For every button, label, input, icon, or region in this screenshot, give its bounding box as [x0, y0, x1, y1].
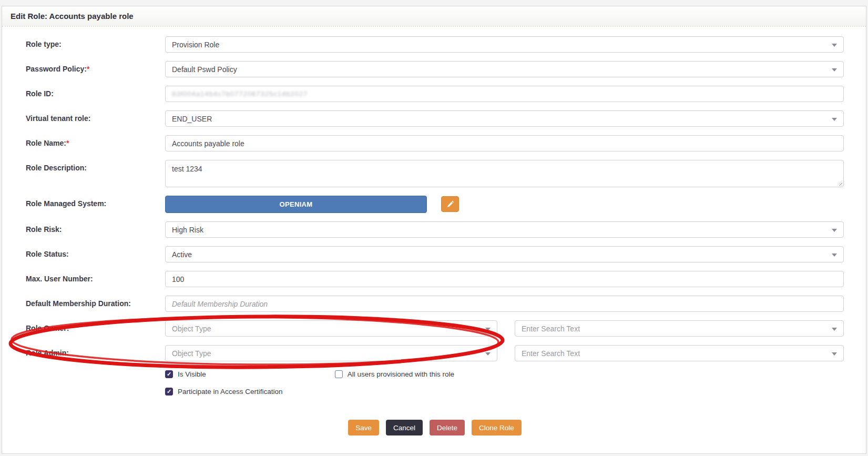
participate-access-certification-checkbox[interactable]: ✓: [165, 388, 173, 396]
chevron-down-icon: [485, 328, 491, 331]
delete-button[interactable]: Delete: [430, 420, 465, 435]
clone-role-button[interactable]: Clone Role: [472, 420, 522, 435]
chevron-down-icon: [485, 352, 491, 356]
field-row-role-risk: Role Risk: High Risk: [26, 221, 844, 238]
action-buttons: Save Cancel Delete Clone Role: [26, 420, 844, 435]
field-row-role-name: Role Name:*: [26, 135, 844, 151]
role-name-field-wrap: [165, 135, 844, 151]
checkmark-icon: ✓: [167, 371, 171, 377]
default-membership-duration-label: Default Membership Duration:: [26, 296, 165, 312]
role-id-field-wrap: [165, 86, 844, 102]
chevron-down-icon: [832, 118, 837, 121]
checkbox-row-2: ✓ Participate in Access Certification: [165, 387, 844, 396]
role-description-field-wrap: test 1234: [165, 160, 844, 187]
role-managed-system-label: Role Managed System:: [26, 196, 165, 212]
role-owner-label: Role Owner:: [26, 320, 165, 337]
chevron-down-icon: [832, 44, 837, 47]
role-description-label: Role Description:: [26, 160, 165, 176]
all-users-provisioned-label: All users provisioned with this role: [348, 370, 454, 378]
chevron-down-icon: [832, 352, 837, 356]
role-admin-label: Role Admin:: [26, 345, 165, 361]
role-status-label: Role Status:: [26, 246, 165, 262]
password-policy-label: Password Policy:*: [26, 61, 165, 77]
role-owner-object-type-select[interactable]: Object Type: [165, 320, 497, 337]
virtual-tenant-role-label: Virtual tenant role:: [26, 110, 165, 127]
all-users-provisioned-checkbox[interactable]: [335, 370, 343, 378]
edit-role-form: Role type: Provision Role Password Polic…: [2, 27, 866, 435]
field-row-default-membership-duration: Default Membership Duration:: [26, 296, 844, 312]
role-owner-search-combo: [515, 320, 844, 337]
page-title: Edit Role: Accounts payable role: [11, 12, 134, 21]
role-name-label: Role Name:*: [26, 135, 165, 151]
is-visible-checkbox[interactable]: ✓: [165, 370, 173, 378]
field-row-password-policy: Password Policy:* Default Pswd Policy: [26, 61, 844, 77]
field-row-max-user-number: Max. User Number:: [26, 271, 844, 287]
required-marker: *: [87, 65, 89, 73]
field-row-role-description: Role Description: test 1234: [26, 160, 844, 187]
role-admin-search-combo: [515, 345, 844, 361]
checkmark-icon: ✓: [167, 389, 171, 394]
max-user-number-label: Max. User Number:: [26, 271, 165, 287]
role-type-label: Role type:: [26, 36, 165, 53]
role-id-label: Role ID:: [26, 86, 165, 102]
field-row-virtual-tenant-role: Virtual tenant role: END_USER: [26, 110, 844, 127]
save-button[interactable]: Save: [348, 420, 379, 435]
participate-access-certification-label: Participate in Access Certification: [178, 388, 283, 396]
chevron-down-icon: [832, 229, 837, 232]
max-user-number-field-wrap: [165, 271, 844, 287]
field-row-role-managed-system: Role Managed System: OPENIAM: [26, 196, 844, 213]
default-membership-duration-field-wrap: [165, 296, 844, 312]
password-policy-select[interactable]: Default Pswd Policy: [165, 61, 844, 77]
edit-role-panel: Edit Role: Accounts payable role Role ty…: [2, 6, 866, 454]
required-marker: *: [66, 139, 69, 147]
role-description-field[interactable]: test 1234: [166, 160, 843, 187]
role-id-field[interactable]: [166, 86, 843, 102]
chevron-down-icon: [832, 68, 837, 72]
managed-system-button[interactable]: OPENIAM: [165, 196, 427, 213]
chevron-down-icon: [832, 254, 837, 257]
checkbox-row-1: ✓ Is Visible All users provisioned with …: [165, 370, 844, 379]
role-name-field[interactable]: [166, 136, 843, 151]
is-visible-label: Is Visible: [178, 370, 206, 378]
field-row-role-id: Role ID:: [26, 86, 844, 102]
role-risk-label: Role Risk:: [26, 221, 165, 238]
cancel-button[interactable]: Cancel: [386, 420, 423, 435]
role-admin-search-input[interactable]: [515, 346, 843, 361]
role-risk-select[interactable]: High Risk: [165, 221, 844, 238]
role-owner-search-input[interactable]: [515, 321, 843, 336]
virtual-tenant-role-select[interactable]: END_USER: [165, 110, 844, 127]
edit-pencil-icon: [446, 200, 454, 208]
role-status-select[interactable]: Active: [165, 246, 844, 262]
role-type-select[interactable]: Provision Role: [165, 36, 844, 53]
edit-managed-system-button[interactable]: [441, 196, 459, 212]
field-row-role-status: Role Status: Active: [26, 246, 844, 262]
max-user-number-field[interactable]: [166, 271, 843, 287]
field-row-role-owner: Role Owner: Object Type: [26, 320, 844, 337]
default-membership-duration-field[interactable]: [166, 296, 843, 311]
field-row-role-admin: Role Admin: Object Type: [26, 345, 844, 361]
role-admin-object-type-select[interactable]: Object Type: [165, 345, 497, 361]
field-row-role-type: Role type: Provision Role: [26, 36, 844, 53]
panel-header: Edit Role: Accounts payable role: [2, 6, 866, 27]
chevron-down-icon: [832, 328, 837, 331]
